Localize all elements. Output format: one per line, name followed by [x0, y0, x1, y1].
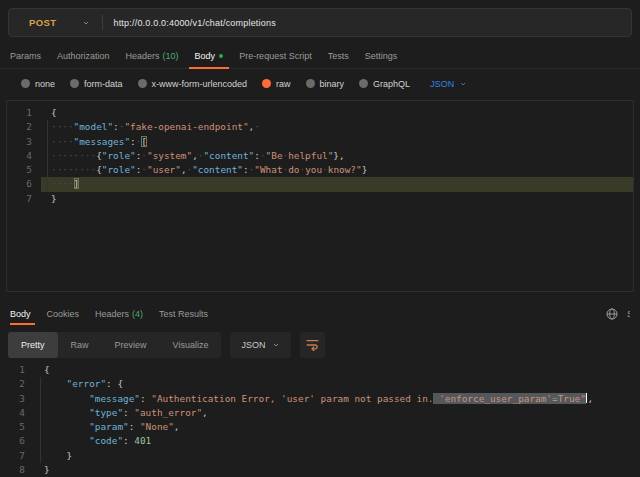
response-tab-test-results[interactable]: Test Results	[151, 302, 216, 325]
tab-authorization[interactable]: Authorization	[49, 44, 118, 68]
radio-selected-icon	[262, 79, 271, 88]
tab-body[interactable]: Body	[187, 44, 232, 68]
line-number: 7	[7, 192, 41, 206]
code-line: 3 "message": "Authentication Error, 'use…	[0, 392, 640, 406]
headers-count-badge: (10)	[163, 51, 179, 61]
request-url-bar: POST http://0.0.0.0:4000/v1/chat/complet…	[8, 8, 632, 37]
method-dropdown[interactable]: POST	[9, 17, 90, 28]
code-text: "code": 401	[34, 434, 640, 448]
radio-form-data[interactable]: form-data	[70, 79, 123, 89]
indent-guide	[40, 377, 41, 463]
code-text: "error": {	[34, 377, 640, 391]
radio-icon	[306, 79, 315, 88]
code-text: ····"messages":·[	[41, 135, 633, 149]
view-pretty-button[interactable]: Pretty	[8, 332, 58, 358]
code-text: ········{"role":·"user",·"content":·"Wha…	[41, 163, 633, 177]
view-visualize-button[interactable]: Visualize	[160, 332, 222, 358]
line-number: 7	[0, 449, 34, 463]
line-number: 4	[0, 406, 34, 420]
response-headers-count-badge: (4)	[132, 309, 143, 319]
code-line: 7}	[7, 192, 633, 206]
response-tab-headers[interactable]: Headers (4)	[87, 302, 151, 325]
code-text: }	[34, 463, 640, 477]
radio-none[interactable]: none	[21, 79, 55, 89]
response-tab-body[interactable]: Body	[10, 302, 39, 325]
code-text: {	[34, 363, 640, 377]
url-input[interactable]: http://0.0.0.0:4000/v1/chat/completions	[113, 18, 275, 28]
tab-headers[interactable]: Headers (10)	[118, 44, 187, 68]
view-preview-button[interactable]: Preview	[102, 332, 160, 358]
request-tabs: Params Authorization Headers (10) Body P…	[0, 44, 640, 69]
wrap-text-icon	[306, 339, 319, 351]
code-line: 4 "type": "auth_error",	[0, 406, 640, 420]
method-label: POST	[9, 17, 56, 28]
code-text: "message": "Authentication Error, 'user'…	[34, 392, 640, 406]
globe-icon[interactable]	[606, 308, 618, 320]
tab-settings[interactable]: Settings	[357, 44, 406, 68]
code-text: }	[41, 192, 633, 206]
status-text-clipped: S	[627, 309, 630, 319]
response-tab-cookies[interactable]: Cookies	[39, 302, 88, 325]
wrap-text-button[interactable]	[300, 332, 325, 358]
code-text: ····]	[41, 177, 633, 191]
code-text: ····"model":·"fake-openai-endpoint",·	[41, 120, 633, 134]
radio-icon	[21, 79, 30, 88]
divider	[102, 15, 103, 30]
tab-tests[interactable]: Tests	[320, 44, 357, 68]
chevron-down-icon	[82, 19, 90, 27]
line-number: 3	[7, 135, 41, 149]
view-raw-button[interactable]: Raw	[58, 332, 102, 358]
response-tabs: Body Cookies Headers (4) Test Results S	[0, 302, 640, 325]
body-modified-dot	[219, 54, 223, 58]
radio-icon	[70, 79, 79, 88]
indent-guide	[47, 120, 48, 192]
radio-icon	[138, 79, 147, 88]
code-line: 8}	[0, 463, 640, 477]
line-number: 2	[7, 120, 41, 134]
line-number: 3	[0, 392, 34, 406]
code-line: 7 }	[0, 449, 640, 463]
body-type-options: none form-data x-www-form-urlencoded raw…	[0, 69, 640, 98]
code-text: "param": "None",	[34, 420, 640, 434]
line-number: 6	[0, 434, 34, 448]
code-line: 1{	[7, 106, 633, 120]
tab-params[interactable]: Params	[10, 44, 49, 68]
radio-binary[interactable]: binary	[306, 79, 345, 89]
response-view-switcher: Pretty Raw Preview Visualize	[8, 332, 221, 358]
code-line: 2····"model":·"fake-openai-endpoint",·	[7, 120, 633, 134]
line-number: 5	[0, 420, 34, 434]
line-number: 2	[0, 377, 34, 391]
response-format-dropdown[interactable]: JSON	[230, 332, 291, 358]
response-toolbar: Pretty Raw Preview Visualize JSON	[8, 332, 640, 358]
tab-pre-request-script[interactable]: Pre-request Script	[231, 44, 320, 68]
code-text: ········{"role":·"system",·"content":·"B…	[41, 149, 633, 163]
radio-icon	[359, 79, 368, 88]
code-line: 5········{"role":·"user",·"content":·"Wh…	[7, 163, 633, 177]
radio-x-www-form-urlencoded[interactable]: x-www-form-urlencoded	[138, 79, 248, 89]
code-line: 4········{"role":·"system",·"content":·"…	[7, 149, 633, 163]
chevron-down-icon	[459, 80, 467, 88]
code-text: "type": "auth_error",	[34, 406, 640, 420]
line-number: 1	[0, 363, 34, 377]
chevron-down-icon	[272, 341, 280, 349]
radio-graphql[interactable]: GraphQL	[359, 79, 410, 89]
line-number: 6	[7, 177, 41, 191]
line-number: 1	[7, 106, 41, 120]
code-line: 6 "code": 401	[0, 434, 640, 448]
code-text: }	[34, 449, 640, 463]
line-number: 4	[7, 149, 41, 163]
code-text: {	[41, 106, 633, 120]
line-number: 8	[0, 463, 34, 477]
code-line: 2 "error": {	[0, 377, 640, 391]
raw-format-dropdown[interactable]: JSON	[430, 79, 467, 89]
code-line: 5 "param": "None",	[0, 420, 640, 434]
response-body-viewer[interactable]: 1{2 "error": {3 "message": "Authenticati…	[0, 363, 640, 477]
code-line: 1{	[0, 363, 640, 377]
code-line: 6····]	[7, 177, 633, 191]
line-number: 5	[7, 163, 41, 177]
request-body-editor[interactable]: 1{2····"model":·"fake-openai-endpoint",·…	[6, 100, 634, 292]
radio-raw[interactable]: raw	[262, 79, 291, 89]
code-line: 3····"messages":·[	[7, 135, 633, 149]
